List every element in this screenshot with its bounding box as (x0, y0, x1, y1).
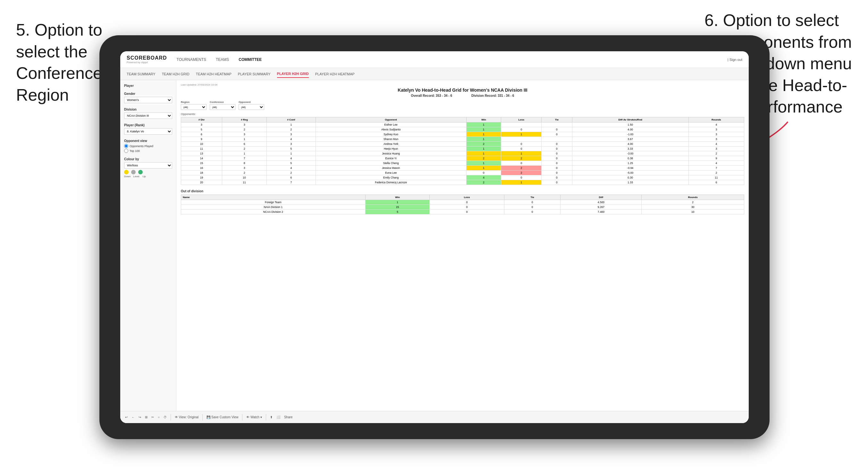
logo-sub: Powered by clippd (127, 61, 167, 64)
table-row: 20 11 7 Federica Domecq Lacroze 2 1 0 1.… (181, 180, 744, 185)
table-row: 3 3 1 Esther Lee 1 1.50 4 (181, 122, 744, 127)
app-header: SCOREBOARD Powered by clippd TOURNAMENTS… (120, 51, 749, 68)
toolbar-time[interactable]: ⏱ (163, 415, 167, 419)
sidebar: Player Gender Women's Division NCAA Divi… (120, 80, 176, 411)
sidebar-colourby-section: Colour by Win/loss Down Level Up (124, 157, 172, 178)
col-win: Win (466, 117, 501, 122)
ood-col-diff: Diff (560, 195, 642, 200)
toolbar-save-custom[interactable]: 💾 Save Custom View (207, 415, 238, 419)
overall-record: Overall Record: 353 - 34 - 6 (411, 94, 452, 97)
colour-dots (124, 170, 172, 174)
toolbar-export[interactable]: ⬜ (276, 415, 280, 419)
subnav-player-h2h-grid[interactable]: PLAYER H2H GRID (277, 70, 309, 78)
table-row: 13 1 1 Jessica Huang 1 1 0 -3.00 2 (181, 151, 744, 156)
opponentview-played-label: Opponents Played (129, 145, 153, 148)
toolbar-upload[interactable]: ⬆ (270, 415, 273, 419)
main-table: # Div # Reg # Conf Opponent Win Loss Tie… (181, 117, 744, 185)
filter-group-conf: Conference (All) (210, 101, 235, 110)
sidebar-division-section: Division NCAA Division III (124, 108, 172, 119)
colour-label-level: Level (133, 175, 139, 178)
sidebar-opponentview-section: Opponent view Opponents Played Top 100 (124, 139, 172, 153)
filter-region-select[interactable]: (All) (181, 104, 207, 110)
subnav-player-summary[interactable]: PLAYER SUMMARY (238, 70, 271, 77)
logo-area: SCOREBOARD Powered by clippd (127, 55, 167, 64)
toolbar-divider1 (170, 414, 171, 421)
opponentview-played[interactable]: Opponents Played (124, 144, 172, 148)
toolbar-circle[interactable]: ○ (158, 415, 160, 419)
out-of-division: Out of division Name Win Loss Tie Diff R… (181, 189, 744, 214)
filter-group-region: Region (All) (181, 101, 207, 110)
sidebar-division-select[interactable]: NCAA Division III (124, 113, 172, 119)
sub-nav: TEAM SUMMARY TEAM H2H GRID TEAM H2H HEAT… (120, 68, 749, 80)
nav-teams[interactable]: TEAMS (216, 56, 229, 63)
toolbar-share[interactable]: Share (284, 415, 293, 419)
filter-conf-select[interactable]: (All) (210, 104, 235, 110)
col-div: # Div (181, 117, 222, 122)
main-content: Player Gender Women's Division NCAA Divi… (120, 80, 749, 411)
filter-opp-label: Opponent (239, 101, 264, 103)
dot-gray (131, 170, 136, 174)
subnav-player-h2h-heatmap[interactable]: PLAYER H2H HEATMAP (315, 70, 354, 77)
tablet-screen: SCOREBOARD Powered by clippd TOURNAMENTS… (120, 51, 749, 423)
table-row: 11 2 5 Heejo Hyun 1 0 0 3.33 3 (181, 147, 744, 151)
sidebar-player-section: Player (124, 84, 172, 88)
panel-title: Katelyn Vo Head-to-Head Grid for Women's… (181, 88, 744, 93)
table-row: 14 7 4 Eunice Yi 2 2 0 0.38 9 (181, 156, 744, 161)
col-conf: # Conf (267, 117, 315, 122)
table-row: 19 10 6 Emily Chang 4 0 0 0.30 11 (181, 175, 744, 180)
sign-out[interactable]: | Sign out (727, 58, 742, 62)
col-reg: # Reg (222, 117, 267, 122)
out-of-division-title: Out of division (181, 189, 744, 193)
colour-label-down: Down (124, 175, 130, 178)
tablet-frame: SCOREBOARD Powered by clippd TOURNAMENTS… (99, 35, 770, 439)
bottom-toolbar: ↩ ← ↪ ⊞ ✂ ○ ⏱ 👁 View: Original 💾 Save Cu… (120, 411, 749, 423)
logo-text: SCOREBOARD (127, 55, 167, 61)
sidebar-gender-select[interactable]: Women's (124, 97, 172, 103)
colour-label-up: Up (143, 175, 146, 178)
dot-yellow (124, 170, 129, 174)
toolbar-redo[interactable]: ↪ (138, 415, 141, 419)
subnav-team-summary[interactable]: TEAM SUMMARY (127, 70, 156, 77)
filter-region-label: Region (181, 101, 207, 103)
ood-table-row: NAIA Division 1 15 0 0 9.267 30 (181, 205, 744, 210)
ood-col-loss: Loss (430, 195, 504, 200)
toolbar-view-original[interactable]: 👁 View: Original (175, 415, 198, 419)
filter-group-opp: Opponent (All) (239, 101, 264, 110)
table-row: 18 2 2 Euna Lee 0 2 0 -5.00 2 (181, 170, 744, 175)
table-row: 5 2 2 Alexis Sudjianto 1 0 0 4.00 3 (181, 127, 744, 132)
table-row: 6 3 3 Sydney Kuo 1 1 0 -1.00 3 (181, 132, 744, 137)
sidebar-gender-label: Gender (124, 92, 172, 95)
filter-conf-label: Conference (210, 101, 235, 103)
opponentview-top100-radio[interactable] (124, 149, 128, 153)
opponentview-top100[interactable]: Top 100 (124, 149, 172, 153)
table-row: 10 6 3 Andrea York 2 0 0 4.00 4 (181, 142, 744, 147)
col-diff: Diff Av Strokes/Rnd (572, 117, 688, 122)
opponentview-top100-label: Top 100 (129, 149, 140, 153)
toolbar-divider4 (266, 414, 266, 421)
toolbar-grid[interactable]: ⊞ (145, 415, 148, 419)
subnav-team-h2h-heatmap[interactable]: TEAM H2H HEATMAP (196, 70, 231, 77)
filter-opp-select[interactable]: (All) (239, 104, 264, 110)
opponentview-played-radio[interactable] (124, 144, 128, 148)
toolbar-cut[interactable]: ✂ (151, 415, 154, 419)
nav-tournaments[interactable]: TOURNAMENTS (177, 56, 206, 63)
subnav-team-h2h-grid[interactable]: TEAM H2H GRID (162, 70, 189, 77)
sidebar-colourby-label: Colour by (124, 157, 172, 161)
data-panel: Last Updated: 27/03/2024 10:04 Katelyn V… (176, 80, 749, 411)
toolbar-back[interactable]: ← (131, 415, 135, 419)
sidebar-playerrank-select[interactable]: 8. Katelyn Vo (124, 128, 172, 135)
toolbar-undo[interactable]: ↩ (125, 415, 128, 419)
col-loss: Loss (501, 117, 541, 122)
ood-table-row: NCAA Division 2 5 0 0 7.400 10 (181, 210, 744, 214)
sidebar-colourby-select[interactable]: Win/loss (124, 162, 172, 168)
out-of-division-table: Name Win Loss Tie Diff Rounds Foreign Te… (181, 194, 744, 214)
dot-green (138, 170, 143, 174)
ood-table-row: Foreign Team 1 0 0 4.500 2 (181, 200, 744, 205)
sidebar-division-label: Division (124, 108, 172, 111)
nav-committee[interactable]: COMMITTEE (239, 56, 262, 63)
sidebar-player-label: Player (124, 84, 172, 88)
ood-col-rounds: Rounds (642, 195, 744, 200)
col-rounds: Rounds (688, 117, 744, 122)
sidebar-playerrank-label: Player (Rank) (124, 123, 172, 127)
toolbar-watch[interactable]: 👁 Watch ▾ (246, 415, 262, 419)
